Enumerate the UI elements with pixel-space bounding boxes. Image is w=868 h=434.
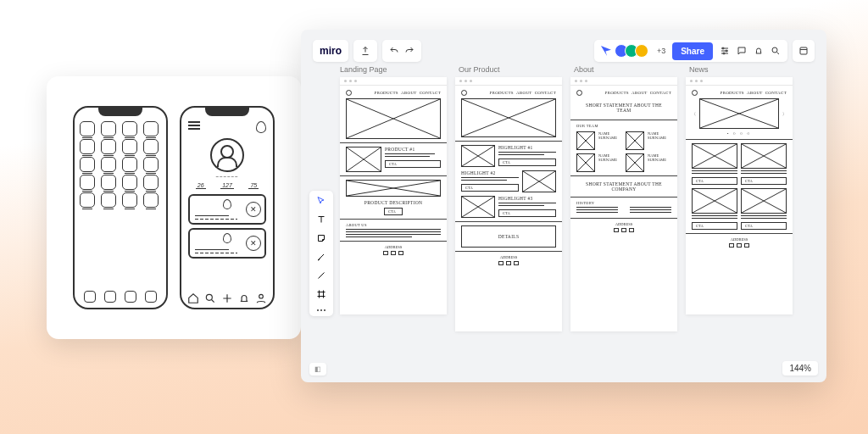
svg-point-5	[772, 47, 777, 53]
cta-button: CTA	[385, 160, 441, 168]
phone-sketches-card: ~~~~~~ 26 127 75	[47, 76, 301, 339]
panel-icon	[798, 46, 809, 56]
carousel-prev-icon: 〈	[692, 112, 696, 116]
panel-toggle-button[interactable]	[793, 40, 815, 62]
svg-point-0	[206, 294, 212, 300]
text-tool[interactable]	[316, 214, 326, 225]
frames-pager[interactable]: ◧	[309, 363, 326, 376]
home-icon	[187, 292, 199, 304]
board-logo-chip[interactable]: miro	[313, 40, 348, 62]
bell-icon	[238, 292, 250, 304]
pen-tool[interactable]	[316, 252, 326, 262]
location-pin-icon	[256, 121, 266, 133]
company-statement: SHORT STATEMENT ABOUT THE COMPANY	[580, 181, 668, 192]
select-tool[interactable]	[316, 196, 326, 206]
comment-icon[interactable]	[737, 46, 747, 56]
redo-icon	[404, 46, 415, 56]
stat-3: 75	[248, 182, 259, 189]
profile-stats: 26 127 75	[188, 182, 266, 189]
share-button[interactable]: Share	[672, 42, 713, 60]
user-icon	[255, 292, 267, 304]
footer-address: ADDRESS	[346, 245, 441, 249]
avatar	[635, 44, 648, 58]
frame-label-landing[interactable]: Landing Page	[340, 65, 387, 74]
settings-sliders-icon[interactable]	[720, 46, 730, 56]
dock-row	[75, 287, 166, 308]
avatar	[210, 138, 244, 172]
plus-icon	[221, 292, 233, 304]
stat-1: 26	[196, 182, 206, 189]
extra-collaborators-count[interactable]: +3	[657, 47, 665, 55]
tool-palette	[309, 191, 333, 316]
details-box: DETAILS	[461, 225, 556, 248]
miro-logo: miro	[320, 45, 342, 57]
stat-2: 127	[220, 182, 234, 189]
svg-point-1	[259, 294, 264, 298]
frame-label-news[interactable]: News	[689, 65, 709, 74]
frame-label-product[interactable]: Our Product	[459, 65, 500, 74]
frame-tool[interactable]	[316, 289, 326, 299]
undo-redo-chip[interactable]	[382, 40, 421, 62]
sticky-note-tool[interactable]	[316, 233, 326, 243]
list-card-2	[188, 228, 266, 259]
frame-label-about[interactable]: About	[574, 65, 594, 74]
our-team-heading: OUR TEAM	[576, 124, 671, 128]
carousel-pagination: • ○ ○ ○	[692, 131, 787, 136]
zoom-level[interactable]: 144%	[782, 361, 818, 376]
list-card-1	[188, 194, 266, 225]
team-statement: SHORT STATEMENT ABOUT THE TEAM	[580, 103, 668, 113]
search-icon[interactable]	[771, 46, 781, 56]
app-icon-grid	[80, 121, 161, 208]
phone-mockup-profile: ~~~~~~ 26 127 75	[180, 106, 275, 309]
frame-our-product[interactable]: PRODUCTSABOUTCONTACT HIGHLIGHT #1CTA HIG…	[455, 77, 562, 331]
phone-mockup-home	[73, 106, 168, 309]
more-tools-button[interactable]	[317, 308, 326, 311]
frame-about[interactable]: PRODUCTSABOUTCONTACT SHORT STATEMENT ABO…	[570, 77, 677, 331]
carousel-next-icon: 〉	[782, 112, 787, 116]
about-us-heading: ABOUT US	[346, 223, 441, 227]
export-button[interactable]	[353, 40, 377, 62]
line-tool[interactable]	[316, 270, 326, 281]
bell-icon[interactable]	[754, 46, 764, 56]
collaborator-avatars[interactable]	[618, 44, 648, 58]
cursor-icon[interactable]	[601, 46, 611, 56]
frame-news[interactable]: PRODUCTSABOUTCONTACT 〈 〉 • ○ ○ ○ CTA CTA	[686, 77, 793, 314]
hero-image-placeholder	[346, 98, 441, 139]
product-description: PRODUCT DESCRIPTION	[346, 200, 441, 205]
search-icon	[204, 292, 216, 304]
export-icon	[360, 46, 370, 56]
top-toolbar: miro +3 Share	[313, 38, 815, 64]
hamburger-icon	[188, 121, 200, 130]
undo-icon	[389, 46, 399, 56]
bottom-nav	[181, 291, 273, 308]
collab-chip: +3 Share	[594, 40, 787, 62]
miro-board-window: miro +3 Share	[301, 30, 826, 382]
frame-landing[interactable]: PRODUCTSABOUTCONTACT PRODUCT #1 CTA PROD…	[340, 77, 447, 314]
username-scribble: ~~~~~~	[186, 174, 268, 179]
svg-rect-6	[800, 47, 807, 54]
